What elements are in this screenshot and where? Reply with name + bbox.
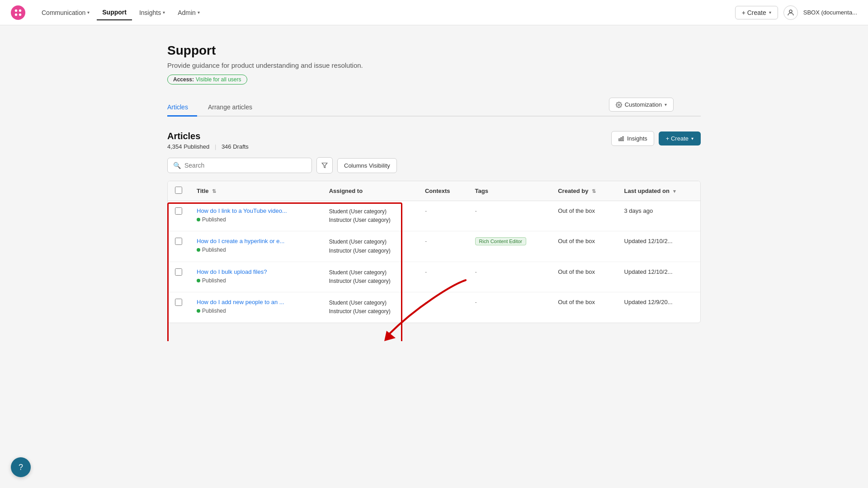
svg-rect-6 xyxy=(619,139,620,141)
assigned-to-cell: Student (User category)Instructor (User … xyxy=(322,262,418,292)
access-value: Visible for all users xyxy=(196,76,241,83)
contexts-cell: - xyxy=(418,292,468,323)
status-dot xyxy=(197,309,200,313)
row-checkbox[interactable] xyxy=(175,207,182,215)
table-row: How do I add new people to an ... Publis… xyxy=(168,292,700,323)
col-title: Title ⇅ xyxy=(189,181,322,201)
row-checkbox[interactable] xyxy=(175,268,182,276)
tags-cell: Rich Content Editor xyxy=(468,231,551,262)
status-text: Published xyxy=(202,247,226,253)
svg-point-2 xyxy=(15,13,17,15)
articles-section-title: Articles xyxy=(167,131,249,141)
tab-articles[interactable]: Articles xyxy=(167,99,197,117)
status-dot xyxy=(197,248,200,252)
page-header-wrapper: Support Provide guidance for product und… xyxy=(167,43,701,84)
search-input[interactable] xyxy=(184,162,306,169)
nav-item-admin[interactable]: Admin ▾ xyxy=(172,5,205,20)
nav-item-support[interactable]: Support xyxy=(97,5,132,20)
contexts-cell: - xyxy=(418,231,468,262)
nav-item-insights[interactable]: Insights ▾ xyxy=(134,5,170,20)
nav-right: + Create ▾ SBOX (documenta... xyxy=(735,5,857,20)
last-updated-cell: Updated 12/9/20... xyxy=(617,292,700,323)
chevron-down-icon: ▾ xyxy=(769,10,771,15)
table-row: How do I create a hyperlink or e... Publ… xyxy=(168,231,700,262)
chevron-down-icon: ▾ xyxy=(163,10,165,15)
assigned-to-cell: Student (User category)Instructor (User … xyxy=(322,292,418,323)
status-text: Published xyxy=(202,308,226,314)
created-by-cell: Out of the box xyxy=(551,262,617,292)
table-body: How do I link to a YouTube video... Publ… xyxy=(168,201,700,323)
row-checkbox[interactable] xyxy=(175,299,182,306)
created-by-cell: Out of the box xyxy=(551,201,617,231)
last-updated-cell: Updated 12/10/2... xyxy=(617,231,700,262)
chevron-down-icon: ▾ xyxy=(665,102,667,107)
svg-marker-9 xyxy=(322,163,327,168)
account-label[interactable]: SBOX (documenta... xyxy=(803,9,857,16)
nav-items: Communication ▾ Support Insights ▾ Admin… xyxy=(36,5,731,20)
chevron-down-icon: ▾ xyxy=(691,136,693,141)
create-button[interactable]: + Create ▾ xyxy=(659,131,701,145)
status-text: Published xyxy=(202,216,226,223)
access-badge: Access: Visible for all users xyxy=(167,75,247,84)
col-contexts: Contexts xyxy=(418,181,468,201)
table-header-row: Title ⇅ Assigned to Contexts Tags xyxy=(168,181,700,201)
nav-create-button[interactable]: + Create ▾ xyxy=(735,6,778,19)
article-title-link[interactable]: How do I create a hyperlink or e... xyxy=(197,238,315,244)
status-text: Published xyxy=(202,277,226,284)
article-title-link[interactable]: How do I bulk upload files? xyxy=(197,268,315,275)
page-subtitle: Provide guidance for product understandi… xyxy=(167,61,701,69)
filter-button[interactable] xyxy=(316,157,333,174)
toolbar: 🔍 Columns Visibility xyxy=(167,157,701,174)
col-tags: Tags xyxy=(468,181,551,201)
svg-marker-10 xyxy=(384,331,396,341)
sort-icon: ⇅ xyxy=(592,188,596,194)
contexts-cell: - xyxy=(418,201,468,231)
article-title-link[interactable]: How do I link to a YouTube video... xyxy=(197,207,315,214)
col-last-updated: Last updated on ▾ xyxy=(617,181,700,201)
nav-item-communication[interactable]: Communication ▾ xyxy=(36,5,95,20)
search-box[interactable]: 🔍 xyxy=(167,158,312,173)
assigned-to-cell: Student (User category)Instructor (User … xyxy=(322,201,418,231)
columns-visibility-button[interactable]: Columns Visibility xyxy=(337,158,397,173)
select-all-header xyxy=(168,181,189,201)
articles-section-actions: Insights + Create ▾ xyxy=(611,131,701,146)
sort-icon: ▾ xyxy=(673,188,676,194)
app-logo[interactable] xyxy=(11,5,25,20)
status-dot xyxy=(197,218,200,221)
insights-button[interactable]: Insights xyxy=(611,131,654,146)
user-icon[interactable] xyxy=(783,5,798,20)
select-all-checkbox[interactable] xyxy=(175,187,182,194)
table-row: How do I bulk upload files? Published St… xyxy=(168,262,700,292)
tags-cell: - xyxy=(468,201,551,231)
tag-badge: Rich Content Editor xyxy=(475,237,526,245)
customization-button[interactable]: Customization ▾ xyxy=(609,98,674,112)
article-title-link[interactable]: How do I add new people to an ... xyxy=(197,299,315,305)
last-updated-cell: Updated 12/10/2... xyxy=(617,262,700,292)
svg-rect-7 xyxy=(621,137,622,141)
main-content: Support Provide guidance for product und… xyxy=(140,25,728,341)
table-row: How do I link to a YouTube video... Publ… xyxy=(168,201,700,231)
page-header: Support Provide guidance for product und… xyxy=(167,43,701,84)
assigned-to-cell: Student (User category)Instructor (User … xyxy=(322,231,418,262)
articles-stats: 4,354 Published | 346 Drafts xyxy=(167,143,249,150)
search-icon: 🔍 xyxy=(173,162,181,169)
navbar: Communication ▾ Support Insights ▾ Admin… xyxy=(0,0,868,25)
page-title: Support xyxy=(167,43,701,58)
chevron-down-icon: ▾ xyxy=(87,10,90,15)
col-assigned-to: Assigned to xyxy=(322,181,418,201)
tags-cell: - xyxy=(468,292,551,323)
access-label: Access: xyxy=(173,76,194,83)
row-checkbox[interactable] xyxy=(175,238,182,245)
svg-point-5 xyxy=(618,104,620,106)
last-updated-cell: 3 days ago xyxy=(617,201,700,231)
svg-point-4 xyxy=(789,10,792,13)
sort-icon: ⇅ xyxy=(212,188,216,194)
created-by-cell: Out of the box xyxy=(551,292,617,323)
tab-arrange-articles[interactable]: Arrange articles xyxy=(208,99,261,117)
svg-rect-8 xyxy=(623,136,623,141)
svg-point-1 xyxy=(19,9,21,11)
svg-point-0 xyxy=(15,9,17,11)
articles-section-header: Articles 4,354 Published | 346 Drafts In… xyxy=(167,131,701,150)
col-created-by: Created by ⇅ xyxy=(551,181,617,201)
svg-point-3 xyxy=(19,13,21,15)
